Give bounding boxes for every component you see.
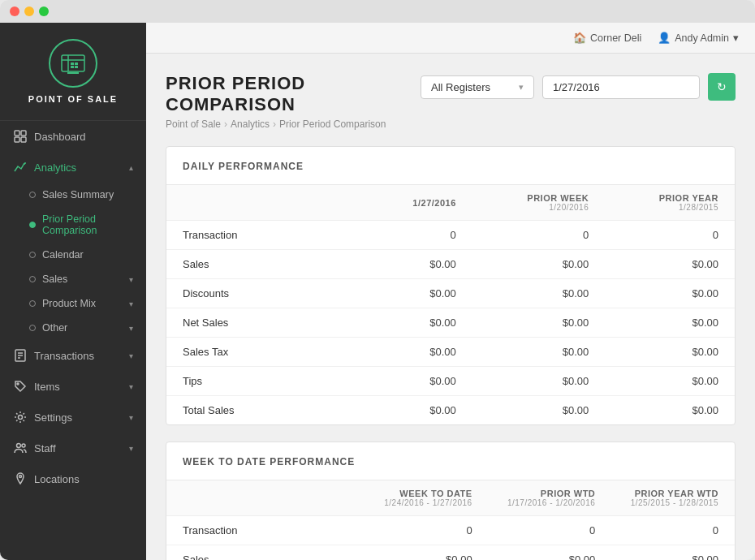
sidebar-item-locations[interactable]: Locations bbox=[0, 463, 146, 494]
sidebar-item-items[interactable]: Items ▾ bbox=[0, 371, 146, 402]
sidebar-item-staff[interactable]: Staff ▾ bbox=[0, 433, 146, 463]
row-col4: $0.00 bbox=[611, 545, 735, 561]
refresh-button[interactable]: ↻ bbox=[708, 73, 736, 101]
svg-point-22 bbox=[19, 476, 22, 478]
sidebar-sub-other[interactable]: Other ▾ bbox=[0, 316, 146, 340]
sidebar-sub-product-mix[interactable]: Product Mix ▾ bbox=[0, 291, 146, 316]
daily-card-header: DAILY PERFORMANCE bbox=[166, 147, 735, 185]
row-col2: $0.00 bbox=[365, 545, 489, 561]
store-selector[interactable]: 🏠 Corner Deli bbox=[573, 32, 641, 44]
transactions-chevron: ▾ bbox=[129, 351, 133, 360]
sidebar-sub-sales[interactable]: Sales ▾ bbox=[0, 267, 146, 291]
svg-point-20 bbox=[17, 444, 21, 448]
pin-icon bbox=[13, 472, 28, 486]
row-col3: $0.00 bbox=[472, 279, 605, 308]
minimize-button[interactable] bbox=[24, 6, 34, 16]
sidebar: POINT OF SALE Dashboard bbox=[0, 23, 146, 560]
weekly-col4-sub: 1/25/2015 - 1/28/2015 bbox=[628, 498, 718, 507]
table-row: Discounts $0.00 $0.00 $0.00 bbox=[166, 279, 735, 308]
gear-icon bbox=[13, 410, 28, 424]
staff-label: Staff bbox=[34, 442, 56, 454]
breadcrumb-current: Prior Period Comparison bbox=[279, 118, 386, 130]
user-name: Andy Admin bbox=[675, 32, 729, 44]
filter-controls: All Registers ▾ ↻ bbox=[421, 73, 736, 101]
calendar-label: Calendar bbox=[42, 249, 84, 261]
row-label: Discounts bbox=[166, 279, 365, 308]
breadcrumb-sep1: › bbox=[224, 118, 227, 130]
sidebar-item-settings[interactable]: Settings ▾ bbox=[0, 402, 146, 433]
row-col3: 0 bbox=[472, 221, 605, 250]
table-row: Transaction 0 0 0 bbox=[166, 221, 735, 250]
sales-summary-label: Sales Summary bbox=[42, 189, 114, 200]
row-col2: $0.00 bbox=[365, 279, 472, 308]
settings-label: Settings bbox=[34, 411, 72, 424]
dot-icon bbox=[29, 276, 36, 282]
breadcrumb-pos: Point of Sale bbox=[166, 118, 221, 130]
daily-table-header-row: 1/27/2016 PRIOR WEEK 1/20/2016 PRIOR YEA… bbox=[166, 185, 735, 221]
breadcrumb: Point of Sale › Analytics › Prior Period… bbox=[166, 118, 421, 130]
sidebar-logo: POINT OF SALE bbox=[0, 23, 146, 121]
date-input[interactable] bbox=[542, 75, 700, 99]
items-label: Items bbox=[34, 381, 60, 393]
daily-col2-header: 1/27/2016 bbox=[365, 185, 472, 221]
row-col3: $0.00 bbox=[472, 367, 605, 396]
prior-period-label: Prior Period Comparison bbox=[42, 213, 133, 236]
breadcrumb-analytics: Analytics bbox=[231, 118, 270, 130]
table-row: Net Sales $0.00 $0.00 $0.00 bbox=[166, 308, 735, 338]
user-menu[interactable]: 👤 Andy Admin ▾ bbox=[658, 32, 739, 44]
main-area: 🏠 Corner Deli 👤 Andy Admin ▾ PRIOR PERIO… bbox=[146, 23, 755, 560]
svg-rect-8 bbox=[15, 131, 19, 136]
svg-rect-10 bbox=[15, 137, 19, 142]
product-chevron: ▾ bbox=[129, 299, 133, 308]
topbar: 🏠 Corner Deli 👤 Andy Admin ▾ bbox=[146, 23, 755, 54]
sidebar-item-dashboard[interactable]: Dashboard bbox=[0, 121, 146, 152]
svg-rect-11 bbox=[21, 137, 26, 142]
svg-point-21 bbox=[22, 444, 25, 447]
sidebar-sub-calendar[interactable]: Calendar bbox=[0, 243, 146, 267]
analytics-label: Analytics bbox=[34, 162, 76, 174]
page-header: PRIOR PERIOD COMPARISON Point of Sale › … bbox=[166, 73, 421, 130]
close-button[interactable] bbox=[10, 6, 19, 16]
svg-point-19 bbox=[19, 416, 23, 420]
row-col3: $0.00 bbox=[472, 250, 605, 279]
user-icon: 👤 bbox=[658, 32, 671, 44]
svg-rect-5 bbox=[71, 66, 74, 68]
svg-rect-6 bbox=[75, 66, 78, 68]
grid-icon bbox=[13, 129, 28, 144]
table-row: Sales $0.00 $0.00 $0.00 bbox=[166, 545, 735, 561]
dashboard-label: Dashboard bbox=[34, 131, 86, 143]
daily-performance-card: DAILY PERFORMANCE 1/27/2016 PRIOR WEEK 1… bbox=[166, 146, 736, 425]
weekly-card-header: WEEK TO DATE PERFORMANCE bbox=[166, 442, 735, 480]
sidebar-sub-sales-summary[interactable]: Sales Summary bbox=[0, 183, 146, 207]
tag-icon bbox=[13, 379, 28, 394]
weekly-col2-sub: 1/24/2016 - 1/27/2016 bbox=[382, 498, 472, 507]
row-label: Sales Tax bbox=[166, 338, 365, 367]
row-label: Tips bbox=[166, 367, 365, 396]
register-select[interactable]: All Registers ▾ bbox=[421, 75, 534, 99]
home-icon: 🏠 bbox=[573, 32, 586, 44]
row-col3: $0.00 bbox=[489, 545, 612, 561]
row-label: Transaction bbox=[166, 516, 365, 545]
weekly-col3-sub: 1/17/2016 - 1/20/2016 bbox=[505, 498, 596, 507]
sales-chevron: ▾ bbox=[129, 275, 133, 284]
dot-icon bbox=[29, 192, 36, 198]
daily-col4-header: PRIOR YEAR 1/28/2015 bbox=[605, 185, 735, 221]
chart-icon bbox=[13, 160, 28, 174]
table-row: Total Sales $0.00 $0.00 $0.00 bbox=[166, 396, 735, 425]
maximize-button[interactable] bbox=[39, 6, 49, 16]
daily-col1-header bbox=[166, 185, 365, 221]
dot-icon bbox=[29, 252, 36, 258]
refresh-icon: ↻ bbox=[717, 80, 727, 93]
row-col4: 0 bbox=[605, 221, 735, 250]
sidebar-item-analytics[interactable]: Analytics ▴ bbox=[0, 152, 146, 183]
sidebar-item-transactions[interactable]: Transactions ▾ bbox=[0, 340, 146, 371]
dot-icon bbox=[29, 325, 36, 331]
row-col2: 0 bbox=[365, 516, 489, 545]
row-col3: $0.00 bbox=[472, 396, 605, 425]
row-label: Total Sales bbox=[166, 396, 365, 425]
sidebar-sub-prior-period[interactable]: Prior Period Comparison bbox=[0, 207, 146, 243]
row-col4: $0.00 bbox=[605, 279, 735, 308]
register-dropdown-arrow: ▾ bbox=[519, 82, 524, 93]
transactions-label: Transactions bbox=[34, 350, 94, 362]
weekly-section-title: WEEK TO DATE PERFORMANCE bbox=[183, 456, 355, 467]
